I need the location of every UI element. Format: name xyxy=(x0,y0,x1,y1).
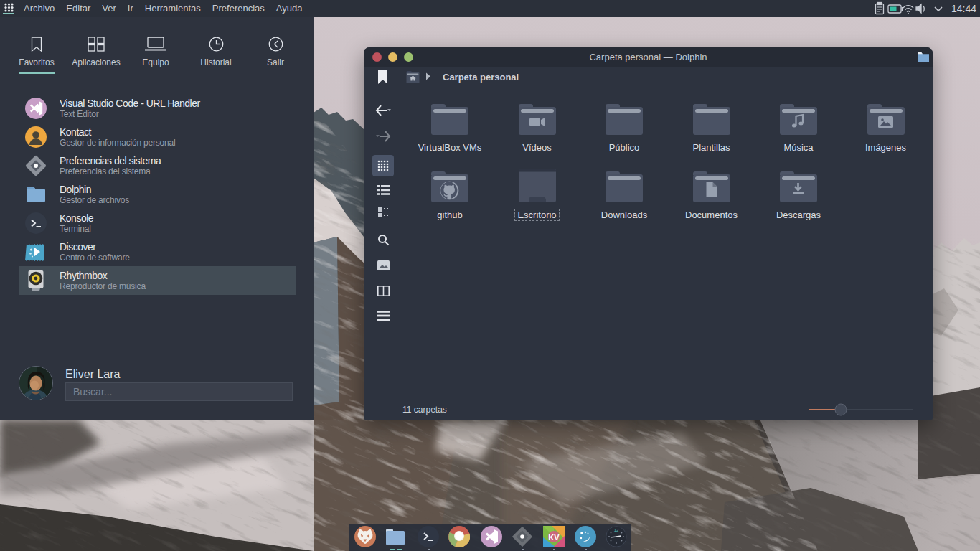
svg-text:KV: KV xyxy=(548,533,560,542)
svg-text:12: 12 xyxy=(614,528,619,532)
